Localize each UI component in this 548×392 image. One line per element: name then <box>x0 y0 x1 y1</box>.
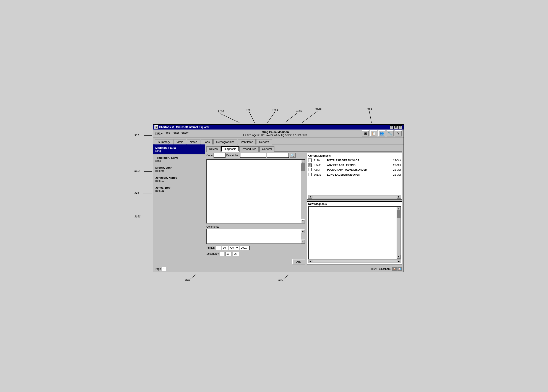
search-button[interactable]: 🔍 <box>290 153 296 158</box>
diag-row-2[interactable]: 2 E9400 ADV EFF ANALEPTICS 23-Oct <box>308 163 401 168</box>
diag-desc-3: PULMONARY VALVE DISORDER <box>327 168 390 171</box>
description-input2[interactable] <box>267 153 289 158</box>
tab-notes[interactable]: Notes <box>187 139 200 144</box>
svg-text:3153: 3153 <box>134 215 141 218</box>
hscroll-left[interactable]: ◄ <box>308 195 312 199</box>
minimize-btn[interactable]: □ <box>390 126 393 129</box>
new-diag-thumb[interactable] <box>397 211 400 218</box>
new-diag-scroll-up[interactable]: ▲ <box>397 207 401 211</box>
primary-day-input[interactable] <box>222 245 228 250</box>
new-diag-vscrollbar[interactable]: ▲ ▼ <box>397 207 400 259</box>
secondary-num1-input[interactable] <box>225 252 232 256</box>
comments-textarea[interactable] <box>207 229 301 243</box>
primary-month-select[interactable]: JanFebMarApr MayJunJulAug SepOctNovDec <box>229 245 239 250</box>
comments-box[interactable]: ▲ ▼ <box>206 229 305 244</box>
svg-text:3151: 3151 <box>134 169 141 173</box>
sub-tab-general[interactable]: General <box>259 146 274 152</box>
secondary-date-row: Secondary <box>206 252 305 256</box>
patient-list: Madison, Paula sting Templeton, Steve co… <box>153 144 205 266</box>
users-icon-btn[interactable]: 👥 <box>378 130 385 136</box>
help-icon-btn[interactable]: ? <box>395 130 402 136</box>
diag-row-3[interactable]: 4243 PULMONARY VALVE DISORDER 22-Oct <box>308 168 401 172</box>
new-hscroll-right[interactable]: ► <box>397 259 401 263</box>
page-number: 1 <box>162 267 166 271</box>
scroll-down-arrow[interactable]: ▼ <box>301 219 305 223</box>
scroll-thumb[interactable] <box>301 164 305 171</box>
new-diag-hscrollbar[interactable]: ◄ ► <box>308 259 401 263</box>
diag-row-1[interactable]: 1110 PITYRIASIS VERSICOLOR 23-Oct <box>308 158 401 163</box>
patient-details: ID: 321 Age:63 Ht:124 cm Wt:87 Kg Admit:… <box>189 134 362 137</box>
comments-scroll-up[interactable]: ▲ <box>301 229 305 233</box>
new-diag-scroll-down[interactable]: ▼ <box>397 255 401 259</box>
diagnosis-list[interactable]: ▲ ▼ <box>206 159 305 224</box>
search-row: Code Description 🔍 <box>206 153 305 158</box>
code-input[interactable] <box>214 153 225 158</box>
tab-summary[interactable]: Summary <box>155 139 173 144</box>
svg-line-3 <box>249 112 254 123</box>
patient-item-johnson[interactable]: Johnson, Nancy Bed: 12 <box>153 174 205 184</box>
clipboard-icon-btn[interactable]: 📋 <box>370 130 377 136</box>
svg-text:315: 315 <box>134 191 139 194</box>
primary-year-input[interactable] <box>240 245 250 250</box>
diag-code-2: E9400 <box>314 164 326 167</box>
patient-item-brown[interactable]: Brown, John Bed: 06 <box>153 164 205 174</box>
primary-checkbox-field[interactable] <box>216 245 221 250</box>
scroll-up-arrow[interactable]: ▲ <box>301 160 305 164</box>
diag-checkbox-1[interactable] <box>308 159 312 162</box>
diag-code-4: 86132 <box>314 173 326 176</box>
diag-checkbox-4[interactable] <box>308 173 312 176</box>
page-label: Page <box>155 267 161 271</box>
sub-tab-diagnosis[interactable]: Diagnosis <box>221 146 239 152</box>
hscroll-right[interactable]: ► <box>397 195 401 199</box>
restore-btn[interactable]: ⊡ <box>394 126 398 129</box>
new-diagnosis-list[interactable]: ▲ ▼ <box>308 206 401 259</box>
toolbar: CU1▼ 319d 3201 32042 sting Paula Madison… <box>153 130 404 138</box>
settings-icon-btn[interactable]: 🔧 <box>387 130 393 136</box>
diag-checkbox-3[interactable] <box>308 168 312 171</box>
secondary-checkbox-field[interactable] <box>220 252 225 256</box>
main-content: Madison, Paula sting Templeton, Steve co… <box>153 144 404 266</box>
diag-code-1: 1110 <box>314 159 326 162</box>
diag-date-2: 23-Oct <box>391 164 401 167</box>
tab-vitals[interactable]: Vitals <box>174 139 187 144</box>
sub-tab-procedures[interactable]: Procedures <box>239 146 259 152</box>
vertical-scrollbar[interactable]: ▲ ▼ <box>301 160 305 223</box>
diag-date-3: 22-Oct <box>391 168 401 171</box>
right-panel: Review Diagnosis Procedures General Code <box>205 144 404 266</box>
current-diagnosis-title: Current Diagnosis <box>308 154 401 157</box>
tab-labs[interactable]: Labs <box>201 139 213 144</box>
cu-selector[interactable]: CU1▼ <box>155 132 163 135</box>
new-hscroll-left[interactable]: ◄ <box>308 259 312 263</box>
comments-scrollbar[interactable]: ▲ ▼ <box>301 229 305 243</box>
current-diag-hscrollbar[interactable]: ◄ ► <box>308 195 401 199</box>
grid-icon-btn[interactable]: ⊞ <box>362 130 369 136</box>
new-hscroll-track <box>313 260 397 262</box>
title-bar: e ChartAssist - Microsoft Internet Explo… <box>153 125 404 130</box>
diag-date-1: 23-Oct <box>391 159 401 162</box>
diagnosis-right: Current Diagnosis 1110 PITYRIASIS VERSIC… <box>307 153 402 265</box>
svg-line-23 <box>284 274 289 279</box>
patient-item-templeton[interactable]: Templeton, Steve cons <box>153 154 205 164</box>
status-icon-1: 🏠 <box>392 267 397 271</box>
tab-demographics[interactable]: Demographics <box>213 139 237 144</box>
code-label-toolbar: 32042 <box>181 132 189 135</box>
comments-scroll-down[interactable]: ▼ <box>301 239 305 243</box>
diag-row-4[interactable]: 86132 LUNG LACERATION-OPEN 22-Oct <box>308 172 401 177</box>
patient-item-madison[interactable]: Madison, Paula sting <box>153 144 205 154</box>
secondary-num2-input[interactable] <box>233 252 239 256</box>
close-btn[interactable]: ✕ <box>398 126 402 129</box>
svg-line-11 <box>369 111 372 123</box>
svg-text:3164: 3164 <box>272 108 278 112</box>
tab-reports[interactable]: Reports <box>256 139 272 144</box>
tab-ventilator[interactable]: Ventilator <box>238 139 256 144</box>
description-input1[interactable] <box>240 153 266 158</box>
add-button[interactable]: Add <box>292 259 305 265</box>
sub-tab-review[interactable]: Review <box>206 146 221 152</box>
svg-line-21 <box>191 274 196 279</box>
diag-checkbox-2[interactable]: 2 <box>308 163 312 167</box>
window-title: ChartAssist - Microsoft Internet Explore… <box>159 126 209 129</box>
description-label: Description <box>226 154 239 157</box>
patient-item-jones[interactable]: Jones, Bob Bed: 21 <box>153 184 205 194</box>
sub-tab-bar: Review Diagnosis Procedures General <box>206 146 402 152</box>
patient-sub-madison: sting <box>155 149 203 153</box>
